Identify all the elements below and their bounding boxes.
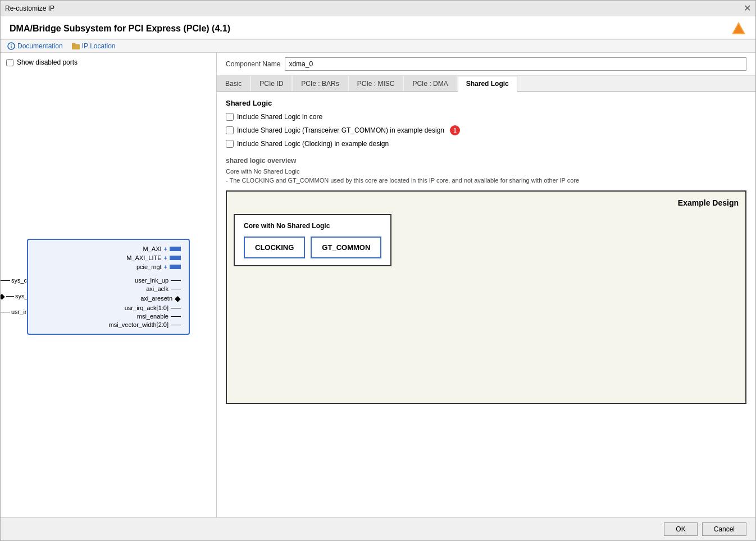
plus-m-axi[interactable]: + [164, 246, 167, 252]
core-box: Core with No Shared Logic CLOCKING GT_CO… [234, 214, 391, 266]
toolbar: i Documentation IP Location [1, 40, 755, 53]
app-logo [731, 21, 746, 37]
show-disabled-label: Show disabled ports [17, 58, 78, 66]
cb3-label: Include Shared Logic (Clocking) in examp… [237, 140, 389, 148]
ip-location-link[interactable]: IP Location [72, 42, 116, 50]
module-clocking: CLOCKING [244, 237, 305, 258]
module-gt-common: GT_COMMON [311, 237, 381, 258]
port-axi-aclk: axi_aclk [146, 285, 168, 292]
plus-pcie-mgt[interactable]: + [164, 263, 167, 270]
left-panel: Show disabled ports sys_clk ◆ sys_rs [1, 53, 217, 517]
modules-row: CLOCKING GT_COMMON [244, 237, 381, 258]
checkbox-row-2: Include Shared Logic (Transceiver GT_COM… [226, 125, 746, 135]
block-diagram-box: M_AXI + M_AXI_LITE + pcie_mgt [27, 239, 190, 335]
example-design-title: Example Design [234, 198, 739, 207]
close-button[interactable]: ✕ [744, 3, 751, 13]
core-box-title: Core with No Shared Logic [244, 222, 381, 230]
overview-section: shared logic overview Core with No Share… [226, 157, 746, 404]
core-note: - The CLOCKING and GT_COMMON used by thi… [226, 177, 746, 184]
port-m-axi-lite: M_AXI_LITE [126, 254, 161, 261]
checkbox-row-1: Include Shared Logic in core [226, 113, 746, 121]
tab-pcie-id[interactable]: PCIe ID [251, 76, 292, 91]
tab-content-shared-logic: Shared Logic Include Shared Logic in cor… [217, 92, 755, 517]
component-name-row: Component Name [217, 53, 755, 76]
port-msi-enable: msi_enable [137, 313, 168, 320]
port-axi-aresetn: axi_aresetn [140, 295, 172, 302]
badge-1: 1 [450, 125, 460, 135]
port-m-axi: M_AXI [143, 246, 162, 252]
main-window: Re-customize IP ✕ DMA/Bridge Subsystem f… [0, 0, 756, 541]
example-design-box: Example Design Core with No Shared Logic… [226, 190, 746, 404]
right-panel: Component Name Basic PCIe ID PCIe : BARs… [217, 53, 755, 517]
cb-include-clocking[interactable] [226, 140, 234, 148]
cb1-label: Include Shared Logic in core [237, 113, 322, 121]
bottom-bar: OK Cancel [1, 517, 755, 540]
checkbox-row-3: Include Shared Logic (Clocking) in examp… [226, 140, 746, 148]
port-usr-irq-ack: usr_irq_ack[1:0] [125, 304, 168, 311]
port-user-lnk-up: user_lnk_up [135, 277, 168, 284]
tab-pcie-dma[interactable]: PCIe : DMA [404, 76, 456, 91]
content-area: Show disabled ports sys_clk ◆ sys_rs [1, 53, 755, 517]
component-name-input[interactable] [285, 57, 746, 71]
folder-icon [72, 43, 80, 49]
tab-basic[interactable]: Basic [217, 76, 250, 91]
ok-button[interactable]: OK [664, 522, 697, 536]
port-msi-vector-width: msi_vector_width[2:0] [109, 321, 168, 328]
tab-pcie-bars[interactable]: PCIe : BARs [293, 76, 347, 91]
cb2-label: Include Shared Logic (Transceiver GT_COM… [237, 126, 444, 134]
component-name-label: Component Name [226, 60, 280, 68]
info-icon: i [7, 42, 15, 50]
tab-pcie-misc[interactable]: PCIe : MISC [349, 76, 403, 91]
app-header: DMA/Bridge Subsystem for PCI Express (PC… [1, 16, 755, 40]
show-disabled-checkbox[interactable] [6, 59, 13, 66]
documentation-label: Documentation [17, 42, 63, 50]
documentation-link[interactable]: i Documentation [7, 42, 63, 50]
svg-text:i: i [11, 44, 12, 49]
title-bar-text: Re-customize IP [5, 4, 54, 12]
cb-include-core[interactable] [226, 113, 234, 121]
tab-shared-logic[interactable]: Shared Logic [458, 76, 517, 92]
svg-rect-5 [72, 43, 75, 46]
core-description: Core with No Shared Logic [226, 168, 746, 175]
title-bar: Re-customize IP ✕ [1, 1, 755, 16]
overview-label: shared logic overview [226, 157, 746, 165]
cancel-button[interactable]: Cancel [702, 522, 746, 536]
ip-location-label: IP Location [82, 42, 116, 50]
plus-m-axi-lite[interactable]: + [164, 254, 167, 261]
tabs-row: Basic PCIe ID PCIe : BARs PCIe : MISC PC… [217, 76, 755, 92]
app-title: DMA/Bridge Subsystem for PCI Express (PC… [10, 24, 230, 34]
port-pcie-mgt: pcie_mgt [136, 263, 162, 270]
cb-include-transceiver[interactable] [226, 126, 234, 134]
show-disabled-row: Show disabled ports [6, 58, 211, 66]
shared-logic-section-title: Shared Logic [226, 99, 746, 107]
